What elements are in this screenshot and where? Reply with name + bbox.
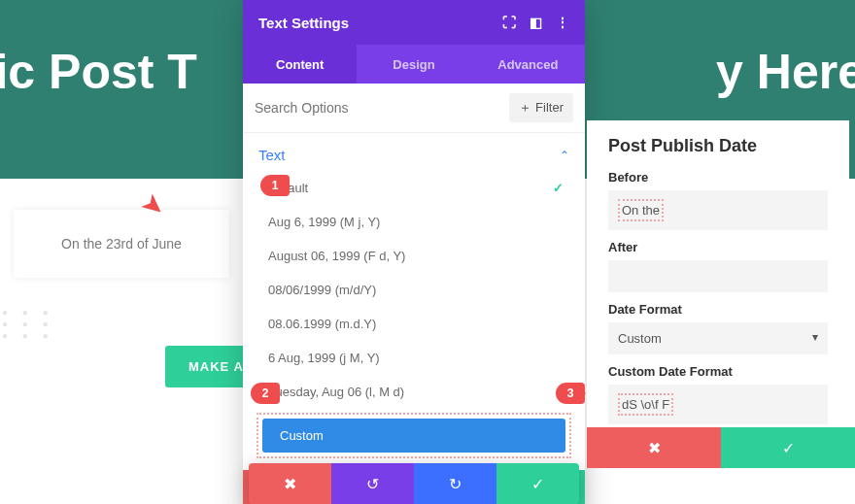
callout-1: 1 — [260, 175, 290, 196]
redo-icon: ↻ — [449, 475, 462, 493]
side-confirm[interactable]: ✓ — [721, 427, 855, 468]
modal-title: Text Settings — [258, 15, 349, 31]
before-label: Before — [608, 170, 828, 185]
close-icon: ✖ — [284, 475, 296, 493]
before-input[interactable]: On the — [608, 190, 828, 230]
preview-text: On the 23rd of June — [61, 236, 182, 252]
filter-label: Filter — [535, 100, 564, 115]
close-icon: ✖ — [648, 439, 661, 457]
bottom-undo[interactable]: ↺ — [331, 463, 414, 504]
callout-3: 3 — [556, 383, 585, 404]
search-row: ＋ Filter — [243, 84, 585, 133]
undo-icon: ↺ — [366, 475, 379, 493]
chevron-down-icon: ▾ — [812, 330, 818, 344]
tab-design[interactable]: Design — [357, 45, 470, 84]
check-icon: ✓ — [553, 181, 564, 195]
after-input[interactable] — [608, 260, 828, 292]
option-item[interactable]: 6 Aug, 1999 (j M, Y) — [251, 341, 577, 375]
custom-format-highlight: dS \o\f F — [618, 393, 673, 416]
custom-format-input[interactable]: dS \o\f F — [608, 385, 828, 424]
more-icon[interactable]: ⋮ — [556, 15, 569, 30]
tab-content[interactable]: Content — [243, 45, 357, 84]
option-custom[interactable]: Custom — [262, 419, 565, 453]
option-list: Default ✓ Aug 6, 1999 (M j, Y) August 06… — [243, 171, 585, 470]
tab-advanced[interactable]: Advanced — [471, 45, 585, 84]
preview-card: On the 23rd of June — [14, 210, 229, 278]
side-panel: Post Publish Date Before On the After Da… — [587, 120, 849, 440]
callout-2: 2 — [251, 383, 280, 404]
bottom-redo[interactable]: ↻ — [414, 463, 496, 504]
settings-modal: Text Settings ⛶ ◧ ⋮ Content Design Advan… — [243, 0, 585, 504]
hero-text-left: mic Post T — [0, 44, 197, 100]
section-text[interactable]: Text ⌃ — [243, 133, 585, 171]
option-item[interactable]: 08/06/1999 (m/d/Y) — [251, 273, 577, 307]
hero-text-right: y Here — [716, 44, 855, 100]
custom-format-label: Custom Date Format — [608, 364, 828, 379]
chevron-up-icon: ⌃ — [560, 149, 569, 162]
modal-header[interactable]: Text Settings ⛶ ◧ ⋮ — [243, 0, 585, 45]
bottom-cancel[interactable]: ✖ — [249, 463, 331, 504]
option-item[interactable]: 08.06.1999 (m.d.Y) — [251, 307, 577, 341]
panel-icon[interactable]: ◧ — [530, 15, 542, 30]
option-default[interactable]: Default ✓ — [251, 171, 577, 205]
before-value-highlight: On the — [618, 199, 664, 221]
drag-dots-icon: ● ● ●● ● ●● ● ● — [2, 307, 54, 342]
option-custom-highlight: Custom — [256, 413, 571, 458]
side-actions: ✖ ✓ — [587, 427, 855, 468]
date-format-select[interactable]: Custom — [608, 322, 828, 354]
sidepanel-title: Post Publish Date — [608, 136, 828, 156]
option-item[interactable]: August 06, 1999 (F d, Y) — [251, 239, 577, 273]
bottom-toolbar: ✖ ↺ ↻ ✓ — [249, 463, 579, 504]
modal-tabs: Content Design Advanced — [243, 45, 585, 84]
bottom-confirm[interactable]: ✓ — [496, 463, 579, 504]
expand-icon[interactable]: ⛶ — [502, 15, 516, 30]
check-icon: ✓ — [531, 475, 544, 493]
option-item[interactable]: Tuesday, Aug 06 (l, M d) — [251, 375, 577, 409]
filter-button[interactable]: ＋ Filter — [509, 93, 573, 122]
date-format-label: Date Format — [608, 302, 828, 317]
search-input[interactable] — [255, 100, 501, 116]
option-item[interactable]: Aug 6, 1999 (M j, Y) — [251, 205, 577, 239]
check-icon: ✓ — [782, 439, 795, 457]
make-button-label: MAKE A — [188, 359, 244, 374]
after-label: After — [608, 240, 828, 254]
side-cancel[interactable]: ✖ — [587, 427, 721, 468]
section-label: Text — [258, 147, 286, 163]
